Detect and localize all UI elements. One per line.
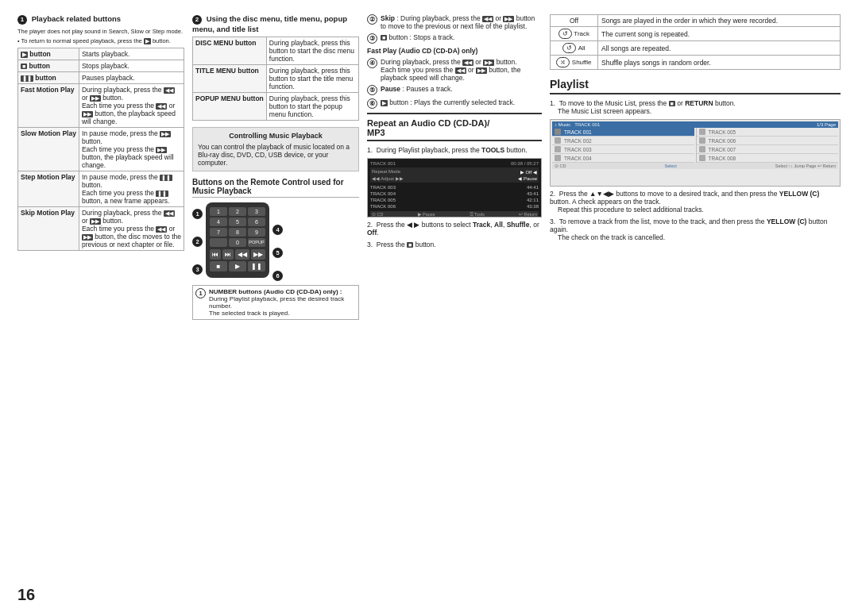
repeat-mode-screenshot: TRACK 00100:38 / 05:27 Repeat Mode▶ Off … — [367, 158, 542, 218]
list-item: TRACK 001 — [552, 128, 694, 137]
table-row: Slow Motion Play In pause mode, press th… — [18, 128, 184, 171]
step3-num: ③ — [367, 33, 377, 44]
table-row: ↺ Track The current song is repeated. — [551, 27, 841, 41]
fast-play-title: Fast Play (Audio CD (CD-DA) only) — [367, 47, 542, 55]
btn-empty — [210, 238, 227, 247]
playlist-step3: 3. To remove a track from the list, move… — [550, 218, 841, 241]
playback-table: ▶ button Starts playback. ■ button Stops… — [17, 48, 184, 251]
step5-num: ⑤ — [367, 85, 377, 95]
btn-3[interactable]: 3 — [248, 207, 265, 216]
disc-menu-table: DISC MENU button During playback, press … — [192, 37, 359, 121]
table-row: Step Motion Play In pause mode, press th… — [18, 171, 184, 207]
remote-control: 1 2 3 4 5 6 7 8 9 0 POPUP ⏮ — [206, 202, 269, 278]
step-stop: ③ ■ button : Stops a track. — [367, 33, 542, 44]
repeat-section-title: Repeat an Audio CD (CD-DA)/MP3 — [367, 118, 542, 141]
music-list-footer: ⊙ CD Select Select ↑↓ Jump Page ↩ Return — [552, 163, 838, 169]
repeat-step1: 1. During Playlist playback, press the T… — [367, 146, 542, 154]
list-item: TRACK 008 — [697, 154, 839, 163]
numpad: 1 2 3 4 5 6 7 8 9 0 POPUP — [210, 207, 265, 247]
step6-num: ⑥ — [367, 98, 377, 109]
section1-bullet: • To return to normal speed playback, pr… — [17, 37, 184, 44]
annot-6: 6 — [272, 271, 283, 281]
section2-badge: 2 — [192, 15, 202, 25]
table-row: ■ button Stops playback. — [18, 60, 184, 72]
annot-1: 1 — [192, 209, 203, 219]
page: 1 Playback related buttons The player do… — [0, 0, 858, 616]
repeat-step3: 3. Press the ■ button. — [367, 241, 542, 248]
step-skip: ② Skip : During playback, press the ◀◀ o… — [367, 14, 542, 30]
left-annotations: 1 2 3 — [192, 202, 203, 275]
col3: ② Skip : During playback, press the ◀◀ o… — [367, 14, 542, 602]
list-item: TRACK 007 — [697, 145, 839, 154]
col4: Off Songs are played in the order in whi… — [550, 14, 841, 602]
list-item: TRACK 002 — [552, 137, 694, 145]
list-item: TRACK 004 — [552, 154, 694, 163]
list-item: TRACK 005 — [697, 128, 839, 137]
btn-ff[interactable]: ▶▶ — [251, 249, 265, 260]
section1-title: 1 Playback related buttons — [17, 14, 184, 25]
right-annotations: 4 5 6 — [272, 202, 283, 281]
ctrl-music-box: Controlling Music Playback You can contr… — [192, 127, 359, 171]
playlist-title: Playlist — [550, 78, 841, 94]
steps-area: ② Skip : During playback, press the ◀◀ o… — [367, 14, 542, 109]
table-row: POPUP MENU button During playback, press… — [193, 93, 359, 121]
list-item: TRACK 003 — [552, 145, 694, 154]
btn-5[interactable]: 5 — [229, 218, 246, 226]
table-row: Skip Motion Play During playback, press … — [18, 207, 184, 251]
table-row: Off Songs are played in the order in whi… — [551, 15, 841, 27]
repeat-table: Off Songs are played in the order in whi… — [550, 14, 841, 70]
music-list-screenshot: ♪ Music TRACK 001 1/3 Page TRACK 001 — [550, 119, 841, 187]
btn-8[interactable]: 8 — [229, 228, 246, 237]
section2-title: 2 Using the disc menu, title menu, popup… — [192, 14, 359, 33]
table-row: ↺ All All songs are repeated. — [551, 41, 841, 56]
btn-stop[interactable]: ■ — [210, 261, 227, 271]
ctrl-row2: ■ ▶ ❚❚ — [210, 261, 265, 271]
btn-9[interactable]: 9 — [248, 228, 265, 237]
table-row: Fast Motion Play During playback, press … — [18, 84, 184, 128]
ctrl-music-title: Controlling Music Playback — [198, 132, 354, 140]
list-item: TRACK 006 — [697, 137, 839, 145]
section1-desc: The player does not play sound in Search… — [17, 28, 184, 35]
table-row: ❚❚ button Pauses playback. — [18, 72, 184, 84]
btn-popup[interactable]: POPUP — [248, 238, 265, 247]
play-btn-sym: ▶ — [144, 38, 151, 44]
table-row: DISC MENU button During playback, press … — [193, 37, 359, 65]
btn-pause[interactable]: ❚❚ — [248, 261, 265, 271]
step1-num: ② — [367, 14, 377, 25]
btn-2[interactable]: 2 — [229, 207, 246, 216]
playlist-steps: 1. To move to the Music List, press the … — [550, 99, 841, 241]
annot-2: 2 — [192, 237, 203, 247]
remote-area: 1 2 3 1 2 3 4 5 6 7 8 9 — [192, 202, 359, 281]
number-note: 1 NUMBER buttons (Audio CD (CD-DA) only)… — [192, 285, 359, 320]
page-number: 16 — [17, 586, 35, 604]
table-row: ▶ button Starts playback. — [18, 48, 184, 60]
step-fast-play: ④ During playback, press the ◀◀ or ▶▶ bu… — [367, 58, 542, 82]
content-area: 1 Playback related buttons The player do… — [17, 14, 841, 602]
repeat-steps: 1. During Playlist playback, press the T… — [367, 146, 542, 248]
repeat-step2: 2. Press the ◀ ▶ buttons to select Track… — [367, 221, 542, 237]
annot-4: 4 — [272, 225, 283, 235]
playlist-step2: 2. Press the ▲▼◀▶ buttons to move to a d… — [550, 190, 841, 214]
ctrl-row1: ⏮ ⏭ ◀◀ ▶▶ — [210, 249, 265, 260]
btn-play[interactable]: ▶ — [229, 261, 246, 271]
step4-num: ④ — [367, 58, 377, 68]
btn-6[interactable]: 6 — [248, 218, 265, 226]
step-play: ⑥ ▶ button : Plays the currently selecte… — [367, 98, 542, 109]
col1: 1 Playback related buttons The player do… — [17, 14, 184, 602]
btn-1[interactable]: 1 — [210, 207, 227, 216]
btn-rew[interactable]: ◀◀ — [235, 249, 249, 260]
btn-prev[interactable]: ⏮ — [210, 249, 221, 260]
btn-4[interactable]: 4 — [210, 218, 227, 226]
number-note-badge: 1 — [195, 288, 206, 298]
col2: 2 Using the disc menu, title menu, popup… — [192, 14, 359, 602]
btn-7[interactable]: 7 — [210, 228, 227, 237]
annot-3: 3 — [192, 264, 203, 275]
section1-badge: 1 — [17, 15, 27, 25]
table-row: TITLE MENU button During playback, press… — [193, 65, 359, 93]
btn-next[interactable]: ⏭ — [222, 249, 234, 260]
remote-section-title: Buttons on the Remote Control used for M… — [192, 178, 359, 198]
annot-5: 5 — [272, 248, 283, 258]
step-pause: ⑤ Pause : Pauses a track. — [367, 85, 542, 95]
table-row: ⤮ Shuffle Shuffle plays songs in random … — [551, 56, 841, 70]
btn-0[interactable]: 0 — [229, 238, 246, 247]
